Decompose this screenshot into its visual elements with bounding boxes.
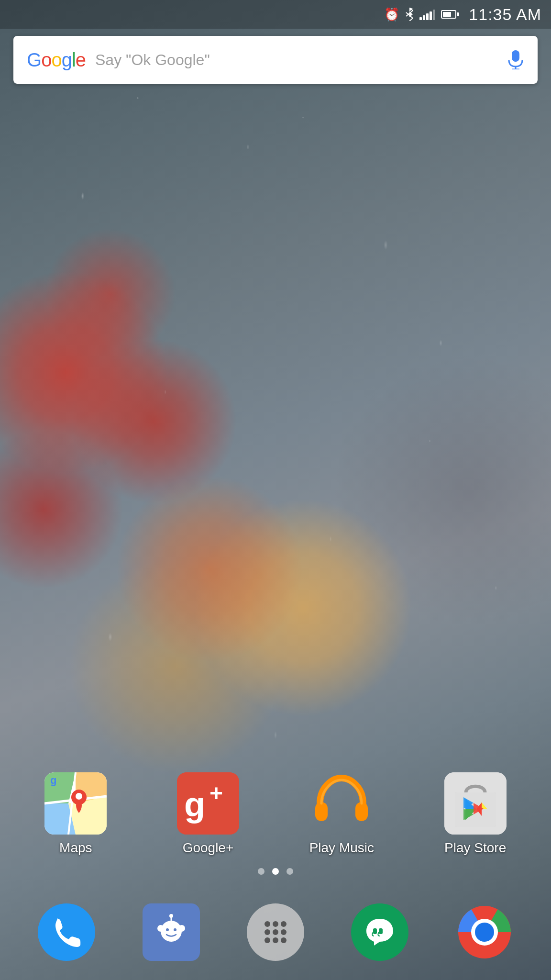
svg-text:g: g bbox=[184, 785, 205, 824]
signal-icon bbox=[419, 9, 435, 20]
svg-point-55 bbox=[475, 923, 494, 942]
google-logo: Google bbox=[27, 49, 86, 71]
app-maps[interactable]: g Maps bbox=[44, 772, 107, 856]
svg-text:+: + bbox=[209, 780, 223, 806]
svg-rect-4 bbox=[512, 50, 519, 62]
dock-chrome[interactable] bbox=[456, 903, 513, 961]
search-placeholder[interactable]: Say "Ok Google" bbox=[95, 51, 507, 69]
search-bar[interactable]: Google Say "Ok Google" bbox=[13, 36, 538, 84]
battery-icon bbox=[441, 10, 459, 19]
svg-point-49 bbox=[273, 937, 278, 943]
svg-point-38 bbox=[157, 925, 164, 932]
svg-point-50 bbox=[281, 937, 287, 943]
maps-icon: g bbox=[44, 772, 107, 835]
svg-point-36 bbox=[166, 928, 169, 931]
svg-point-48 bbox=[264, 937, 270, 943]
svg-point-45 bbox=[264, 929, 270, 935]
svg-rect-52 bbox=[379, 928, 383, 934]
playstore-label: Play Store bbox=[444, 840, 506, 856]
playmusic-icon bbox=[310, 772, 373, 835]
app-grid: g Maps g + Google+ bbox=[0, 772, 551, 856]
alarm-icon: ⏰ bbox=[384, 7, 399, 22]
svg-point-39 bbox=[178, 925, 185, 932]
svg-point-35 bbox=[161, 921, 182, 942]
svg-point-46 bbox=[273, 929, 278, 935]
googleplus-icon: g + bbox=[177, 772, 239, 835]
svg-rect-21 bbox=[355, 802, 368, 821]
dock-appdrawer[interactable] bbox=[247, 903, 304, 961]
svg-point-47 bbox=[281, 929, 287, 935]
status-time: 11:35 AM bbox=[469, 5, 541, 24]
app-googleplus[interactable]: g + Google+ bbox=[177, 772, 239, 856]
page-dot-2[interactable] bbox=[287, 868, 293, 875]
dock bbox=[0, 884, 551, 980]
mic-icon[interactable] bbox=[507, 50, 524, 69]
googleplus-label: Google+ bbox=[183, 840, 234, 856]
svg-point-37 bbox=[174, 928, 176, 931]
bluetooth-icon bbox=[405, 8, 414, 21]
status-bar: ⏰ 11:35 AM bbox=[0, 0, 551, 29]
svg-point-15 bbox=[76, 793, 82, 800]
svg-rect-20 bbox=[315, 802, 328, 821]
app-playstore[interactable]: Play Store bbox=[444, 772, 507, 856]
svg-rect-51 bbox=[373, 928, 377, 934]
svg-point-42 bbox=[264, 921, 270, 927]
dock-hangouts[interactable] bbox=[351, 903, 408, 961]
svg-point-44 bbox=[281, 921, 287, 927]
svg-text:g: g bbox=[50, 774, 56, 786]
svg-line-3 bbox=[409, 18, 413, 21]
app-playmusic[interactable]: Play Music bbox=[309, 772, 374, 856]
svg-point-43 bbox=[273, 921, 278, 927]
page-dot-1[interactable] bbox=[272, 868, 279, 875]
page-dot-0[interactable] bbox=[258, 868, 264, 875]
svg-point-41 bbox=[169, 914, 173, 918]
playstore-icon bbox=[444, 772, 507, 835]
dock-reddit[interactable] bbox=[143, 903, 200, 961]
playmusic-label: Play Music bbox=[309, 840, 374, 856]
maps-label: Maps bbox=[59, 840, 92, 856]
page-dots bbox=[0, 868, 551, 875]
dock-phone[interactable] bbox=[38, 903, 95, 961]
